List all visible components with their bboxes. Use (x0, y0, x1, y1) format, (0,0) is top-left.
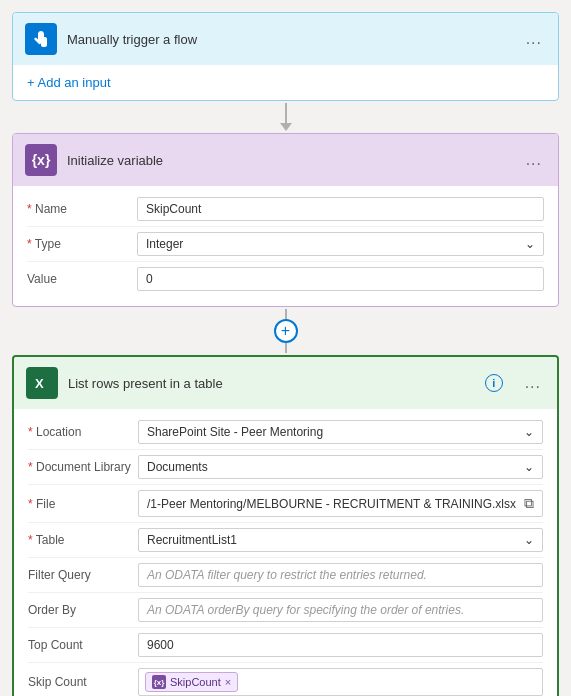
filter-query-input[interactable]: An ODATA filter query to restrict the en… (138, 563, 543, 587)
arrow-line (285, 103, 287, 123)
info-icon[interactable]: i (485, 374, 503, 392)
plus-line-top (285, 309, 287, 319)
init-more-button[interactable]: ... (522, 149, 546, 171)
table-value: RecruitmentList1 ⌄ (138, 528, 543, 552)
token-variable-icon: {x} (152, 675, 166, 689)
init-icon: {x} (25, 144, 57, 176)
doc-library-label: Document Library (28, 460, 138, 474)
top-count-value (138, 633, 543, 657)
doc-library-value: Documents ⌄ (138, 455, 543, 479)
file-field-text: /1-Peer Mentoring/MELBOURNE - RECRUITMEN… (147, 497, 524, 511)
list-icon: X (26, 367, 58, 399)
filter-query-label: Filter Query (28, 568, 138, 582)
init-header: {x} Initialize variable ... (13, 134, 558, 186)
arrow-connector-1 (12, 103, 559, 131)
type-label: Type (27, 237, 137, 251)
order-by-row: Order By An ODATA orderBy query for spec… (28, 593, 543, 628)
name-input[interactable] (137, 197, 544, 221)
init-title: Initialize variable (67, 153, 512, 168)
name-value (137, 197, 544, 221)
table-select-value: RecruitmentList1 (147, 533, 237, 547)
filter-query-row: Filter Query An ODATA filter query to re… (28, 558, 543, 593)
token-close-button[interactable]: × (225, 676, 231, 688)
token-label: SkipCount (170, 676, 221, 688)
doc-library-select-value: Documents (147, 460, 208, 474)
trigger-more-button[interactable]: ... (522, 28, 546, 50)
type-row: Type Integer ⌄ (27, 227, 544, 262)
doc-library-row: Document Library Documents ⌄ (28, 450, 543, 485)
doc-library-select[interactable]: Documents ⌄ (138, 455, 543, 479)
type-value: Integer ⌄ (137, 232, 544, 256)
file-row: File /1-Peer Mentoring/MELBOURNE - RECRU… (28, 485, 543, 523)
add-input-button[interactable]: + Add an input (27, 75, 544, 90)
file-value: /1-Peer Mentoring/MELBOURNE - RECRUITMEN… (138, 490, 543, 517)
skip-count-label: Skip Count (28, 675, 138, 689)
filter-query-value: An ODATA filter query to restrict the en… (138, 563, 543, 587)
table-select[interactable]: RecruitmentList1 ⌄ (138, 528, 543, 552)
name-row: Name (27, 192, 544, 227)
file-field[interactable]: /1-Peer Mentoring/MELBOURNE - RECRUITMEN… (138, 490, 543, 517)
skip-count-field[interactable]: {x} SkipCount × (138, 668, 543, 696)
table-label: Table (28, 533, 138, 547)
doc-library-chevron-icon: ⌄ (524, 460, 534, 474)
top-count-label: Top Count (28, 638, 138, 652)
order-by-input[interactable]: An ODATA orderBy query for specifying th… (138, 598, 543, 622)
list-header: X List rows present in a table i ... (14, 357, 557, 409)
skip-count-value: {x} SkipCount × (138, 668, 543, 696)
type-select[interactable]: Integer ⌄ (137, 232, 544, 256)
table-row: Table RecruitmentList1 ⌄ (28, 523, 543, 558)
location-select-value: SharePoint Site - Peer Mentoring (147, 425, 323, 439)
arrow-head (280, 123, 292, 131)
value-field (137, 267, 544, 291)
trigger-body: + Add an input (13, 65, 558, 100)
table-chevron-icon: ⌄ (524, 533, 534, 547)
trigger-icon (25, 23, 57, 55)
list-title: List rows present in a table (68, 376, 475, 391)
init-form-body: Name Type Integer ⌄ Value (13, 186, 558, 306)
location-value: SharePoint Site - Peer Mentoring ⌄ (138, 420, 543, 444)
top-count-row: Top Count (28, 628, 543, 663)
location-select[interactable]: SharePoint Site - Peer Mentoring ⌄ (138, 420, 543, 444)
value-label: Value (27, 272, 137, 286)
list-form-body: Location SharePoint Site - Peer Mentorin… (14, 409, 557, 696)
trigger-card: Manually trigger a flow ... + Add an inp… (12, 12, 559, 101)
init-variable-card: {x} Initialize variable ... Name Type In… (12, 133, 559, 307)
type-select-value: Integer (146, 237, 183, 251)
type-chevron-icon: ⌄ (525, 237, 535, 251)
location-chevron-icon: ⌄ (524, 425, 534, 439)
top-count-input[interactable] (138, 633, 543, 657)
plus-connector-1: + (12, 309, 559, 353)
location-label: Location (28, 425, 138, 439)
file-label: File (28, 497, 138, 511)
order-by-label: Order By (28, 603, 138, 617)
list-more-button[interactable]: ... (521, 372, 545, 394)
skip-count-row: Skip Count {x} SkipCount × (28, 663, 543, 696)
plus-circle-button[interactable]: + (274, 319, 298, 343)
skip-count-token[interactable]: {x} SkipCount × (145, 672, 238, 692)
trigger-header: Manually trigger a flow ... (13, 13, 558, 65)
plus-line-bottom (285, 343, 287, 353)
svg-text:X: X (35, 376, 44, 391)
file-browse-icon: ⧉ (524, 495, 534, 512)
value-row: Value (27, 262, 544, 296)
order-by-value: An ODATA orderBy query for specifying th… (138, 598, 543, 622)
list-rows-card: X List rows present in a table i ... Loc… (12, 355, 559, 696)
name-label: Name (27, 202, 137, 216)
trigger-title: Manually trigger a flow (67, 32, 512, 47)
value-input[interactable] (137, 267, 544, 291)
location-row: Location SharePoint Site - Peer Mentorin… (28, 415, 543, 450)
